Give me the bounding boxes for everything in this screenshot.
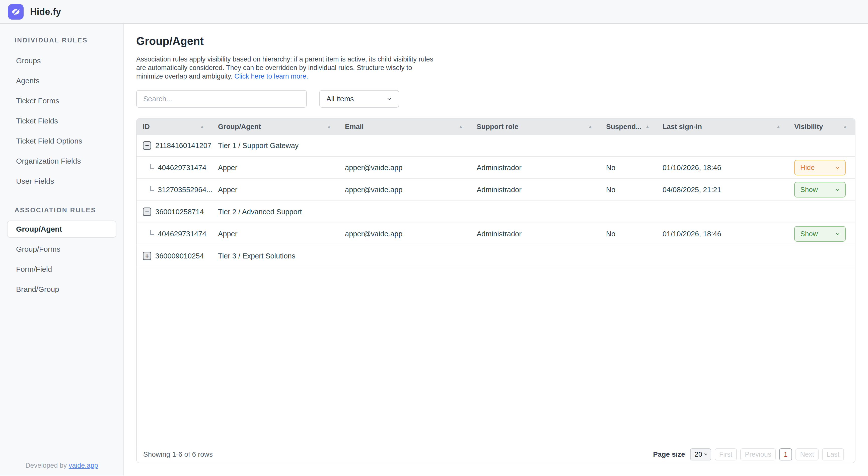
chevron-down-icon [386,96,393,102]
sidebar-item-agents[interactable]: Agents [0,71,123,91]
sort-icon: ▲ [645,124,650,129]
page-size-select[interactable]: 20 [690,448,711,460]
cell-id: 404629731474 [137,230,212,238]
page-title: Group/Agent [136,35,856,48]
chevron-down-icon [835,165,841,171]
cell-support-role: Administrador [471,186,600,194]
sort-icon: ▲ [327,124,331,129]
cell-id: −360010258714 [137,208,212,216]
cell-group-agent: Apper [212,186,339,194]
expand-icon[interactable]: + [143,252,151,260]
column-header-visibility[interactable]: Visibility▲ [788,119,855,135]
sort-icon: ▲ [588,124,593,129]
tree-connector-icon [150,164,154,169]
current-page-button[interactable]: 1 [779,448,792,460]
filter-select[interactable]: All items [319,90,399,108]
sidebar-item-groups[interactable]: Groups [0,51,123,71]
sort-icon: ▲ [458,124,463,129]
cell-email: apper@vaide.app [339,186,471,194]
page-size-label: Page size [653,450,685,458]
page-size-value: 20 [695,451,702,458]
collapse-icon[interactable]: − [143,208,151,216]
column-label: Group/Agent [218,123,261,131]
cell-support-role: Administrador [471,163,600,172]
table-footer: Showing 1-6 of 6 rows Page size 20 First… [137,446,855,463]
column-header-last-sign-in[interactable]: Last sign-in▲ [656,119,788,135]
first-page-button[interactable]: First [715,448,737,460]
column-header-id[interactable]: ID▲ [137,119,212,135]
sidebar-item-user-fields[interactable]: User Fields [0,171,123,191]
visibility-value: Hide [800,163,815,172]
cell-id: +360009010254 [137,252,212,260]
next-page-button[interactable]: Next [796,448,818,460]
sidebar-item-form-field[interactable]: Form/Field [0,259,123,279]
cell-id: 404629731474 [137,163,212,172]
cell-suspended: No [600,163,656,172]
app-name: Hide.fy [30,6,61,17]
cell-support-role: Administrador [471,230,600,238]
learn-more-link[interactable]: Click here to learn more. [234,72,308,80]
column-label: Last sign-in [662,123,702,131]
collapse-icon[interactable]: − [143,141,151,150]
id-value: 404629731474 [158,230,207,238]
sidebar-item-organization-fields[interactable]: Organization Fields [0,151,123,171]
filter-select-value: All items [327,95,354,103]
column-label: Email [345,123,364,131]
sidebar-item-brand-group[interactable]: Brand/Group [0,279,123,299]
chevron-down-icon [703,451,708,458]
visibility-value: Show [800,186,818,194]
cell-group-agent: Apper [212,163,339,172]
table-empty-area [137,267,855,446]
sidebar: INDIVIDUAL RULESGroupsAgentsTicket Forms… [0,24,124,476]
cell-last-sign-in: 01/10/2026, 18:46 [656,163,788,172]
table-row-agent: 312703552964...Apperapper@vaide.appAdmin… [137,179,855,201]
column-header-support-role[interactable]: Support role▲ [471,119,600,135]
cell-group-agent: Apper [212,230,339,238]
id-value: 312703552964... [158,186,212,194]
column-header-group-agent[interactable]: Group/Agent▲ [212,119,339,135]
eye-off-icon [11,7,21,17]
sidebar-item-group-agent[interactable]: Group/Agent [7,220,116,238]
sidebar-item-ticket-forms[interactable]: Ticket Forms [0,91,123,111]
column-label: ID [143,123,150,131]
cell-visibility: Hide [788,160,855,175]
cell-visibility: Show [788,226,855,242]
cell-group-agent: Tier 1 / Support Gateway [212,142,339,150]
pagination: Page size 20 First Previous 1 Next Last [653,448,844,460]
cell-visibility: Show [788,182,855,198]
tree-connector-icon [150,230,154,235]
sidebar-section-title: INDIVIDUAL RULES [0,36,123,44]
cell-email: apper@vaide.app [339,230,471,238]
sidebar-footer: Developed by vaide.app [0,462,123,470]
sidebar-item-ticket-fields[interactable]: Ticket Fields [0,111,123,131]
column-header-email[interactable]: Email▲ [339,119,471,135]
visibility-select[interactable]: Show [794,226,846,242]
page-description: Association rules apply visibility based… [136,55,440,81]
visibility-select[interactable]: Show [794,182,846,198]
sort-icon: ▲ [200,124,205,129]
sort-icon: ▲ [776,124,781,129]
cell-suspended: No [600,186,656,194]
sidebar-section-title: ASSOCIATION RULES [0,206,123,214]
cell-id: −21184160141207 [137,141,212,150]
cell-group-agent: Tier 2 / Advanced Support [212,208,339,216]
sidebar-item-ticket-field-options[interactable]: Ticket Field Options [0,131,123,151]
previous-page-button[interactable]: Previous [740,448,776,460]
sidebar-section: ASSOCIATION RULESGroup/AgentGroup/FormsF… [0,206,123,299]
rows-summary: Showing 1-6 of 6 rows [143,450,213,458]
table-row-group: −21184160141207Tier 1 / Support Gateway [137,135,855,157]
chevron-down-icon [835,231,841,237]
column-header-suspend[interactable]: Suspend...▲ [600,119,656,135]
tree-connector-icon [150,186,154,191]
id-value: 21184160141207 [155,142,212,150]
id-value: 360010258714 [155,208,204,216]
search-input[interactable] [136,90,307,108]
last-page-button[interactable]: Last [822,448,844,460]
app-logo[interactable] [8,4,24,20]
column-label: Support role [477,123,518,131]
vaide-app-link[interactable]: vaide.app [69,462,98,469]
cell-id: 312703552964... [137,186,212,194]
visibility-select[interactable]: Hide [794,160,846,175]
table-controls: All items [136,90,856,108]
sidebar-item-group-forms[interactable]: Group/Forms [0,239,123,259]
